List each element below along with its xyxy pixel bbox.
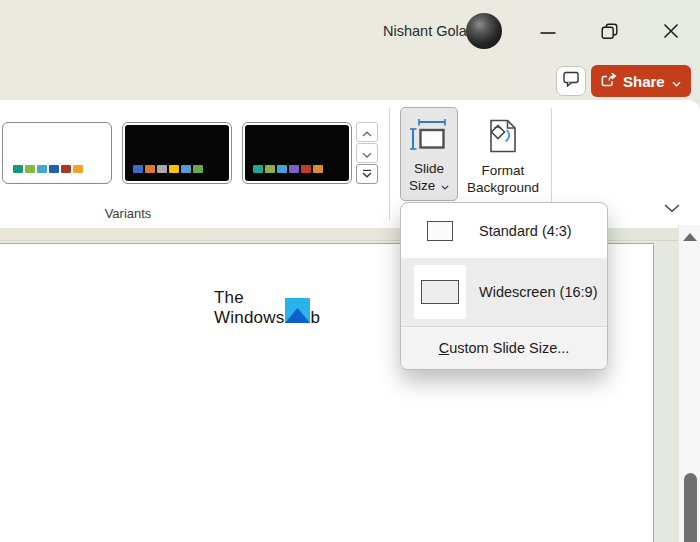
format-background-button[interactable]: Format Background bbox=[462, 107, 544, 201]
menu-item-label: Standard (4:3) bbox=[479, 223, 572, 239]
menu-item-standard-4-3[interactable]: Standard (4:3) bbox=[401, 203, 607, 258]
slide-size-label-line2: Size bbox=[409, 177, 449, 194]
chevron-down-icon bbox=[362, 144, 372, 162]
windowsclub-logo-icon bbox=[285, 298, 310, 323]
slide-size-label-line1: Slide bbox=[414, 160, 444, 177]
restore-button[interactable] bbox=[600, 22, 618, 40]
close-button[interactable] bbox=[662, 22, 680, 40]
minimize-button[interactable] bbox=[539, 24, 557, 42]
variant-thumbnail-dark-1[interactable] bbox=[122, 122, 232, 184]
vertical-scrollbar[interactable] bbox=[678, 225, 700, 542]
chevron-down-icon bbox=[439, 178, 449, 193]
widescreen-aspect-icon bbox=[421, 280, 459, 304]
menu-item-custom-slide-size[interactable]: Custom Slide Size... bbox=[401, 326, 607, 369]
ribbon-group-divider bbox=[389, 108, 390, 220]
format-background-label-line1: Format bbox=[482, 162, 525, 179]
scrollbar-thumb[interactable] bbox=[684, 473, 697, 542]
custom-slide-size-label: ustom Slide Size... bbox=[449, 340, 569, 356]
collapse-ribbon-button[interactable] bbox=[663, 199, 681, 217]
windowsclub-logo[interactable]: The WindowsClub bbox=[214, 288, 344, 334]
logo-text-line2: WindowsClub bbox=[214, 308, 344, 328]
variants-scroll-down-button[interactable] bbox=[356, 143, 378, 163]
selected-item-highlight bbox=[414, 265, 466, 319]
variant-thumbnail-dark-2[interactable] bbox=[242, 122, 352, 184]
close-icon bbox=[663, 23, 679, 39]
variant-thumbnail-light[interactable] bbox=[2, 122, 112, 184]
logo-text-line1: The bbox=[214, 288, 344, 308]
slide-size-icon bbox=[410, 119, 448, 154]
menu-item-widescreen-16-9[interactable]: Widescreen (16:9) bbox=[401, 258, 607, 326]
variants-scroll-up-button[interactable] bbox=[356, 122, 378, 142]
minimize-icon bbox=[540, 31, 556, 35]
menu-item-label: Widescreen (16:9) bbox=[479, 284, 597, 300]
slide-size-button[interactable]: Slide Size bbox=[400, 107, 458, 201]
comments-button[interactable] bbox=[556, 66, 586, 96]
chevron-down-icon bbox=[663, 199, 681, 216]
account-name[interactable]: Nishant Gola bbox=[383, 23, 467, 39]
format-background-icon bbox=[488, 119, 518, 156]
slide-size-menu: Standard (4:3) Widescreen (16:9) Custom … bbox=[400, 202, 608, 370]
share-button-label: Share bbox=[623, 73, 665, 90]
chevron-down-icon bbox=[672, 73, 681, 90]
more-gallery-icon bbox=[362, 165, 372, 183]
share-forward-icon bbox=[600, 72, 617, 91]
titlebar: Nishant Gola bbox=[0, 0, 700, 100]
theme-color-chips bbox=[133, 165, 203, 173]
theme-color-chips bbox=[253, 165, 323, 173]
scroll-up-arrow[interactable] bbox=[683, 233, 697, 241]
theme-color-chips bbox=[13, 165, 83, 173]
powerpoint-window: Nishant Gola bbox=[0, 0, 700, 542]
format-background-label-line2: Background bbox=[467, 179, 539, 196]
variants-more-button[interactable] bbox=[356, 164, 378, 184]
restore-window-icon bbox=[601, 23, 618, 40]
variants-group-label: Variants bbox=[93, 206, 163, 221]
account-avatar[interactable] bbox=[466, 13, 502, 49]
custom-slide-size-accesskey: C bbox=[439, 340, 449, 356]
chevron-up-icon bbox=[362, 123, 372, 141]
comment-bubble-icon bbox=[563, 71, 580, 91]
standard-aspect-icon bbox=[401, 221, 479, 241]
share-button[interactable]: Share bbox=[591, 65, 691, 97]
